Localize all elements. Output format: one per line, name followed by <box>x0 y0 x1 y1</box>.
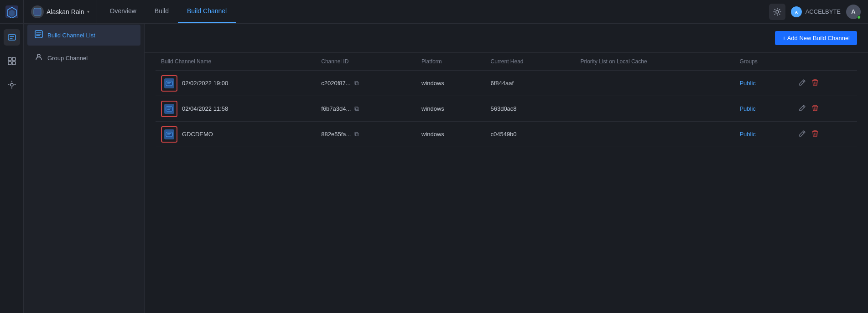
accelbyte-label: ACCELBYTE <box>806 8 841 15</box>
settings-button[interactable] <box>769 4 785 20</box>
sidebar: Build Channel List Group Channel <box>24 24 145 313</box>
svg-rect-16 <box>166 107 172 111</box>
cell-actions-1 <box>793 96 857 122</box>
add-new-build-channel-button[interactable]: + Add New Build Channel <box>775 31 857 45</box>
edit-icon-1[interactable] <box>799 104 806 113</box>
sidebar-label-group-channel: Group Channel <box>47 55 88 62</box>
channel-icon-inner-1 <box>164 104 174 114</box>
col-header-name: Build Channel Name <box>156 53 316 71</box>
top-nav: Alaskan Rain ▾ Overview Build Build Chan… <box>0 0 868 24</box>
nav-right: A ACCELBYTE A <box>769 4 868 20</box>
cell-channel-id-0: c2020f87... ⧉ <box>316 71 416 96</box>
copy-channel-id-icon-0[interactable]: ⧉ <box>354 79 359 87</box>
channel-name-1: 02/04/2022 11:58 <box>182 105 228 112</box>
channel-icon-box-1 <box>161 101 177 117</box>
svg-text:A: A <box>795 10 798 15</box>
cell-current-head-0: 6f844aaf <box>485 71 575 96</box>
channel-id-value-2: 882e55fa... <box>321 131 351 138</box>
user-avatar[interactable]: A <box>846 5 861 19</box>
icon-rail <box>0 24 24 313</box>
col-header-current-head: Current Head <box>485 53 575 71</box>
groups-badge-1: Public <box>739 105 755 112</box>
tab-build-channel[interactable]: Build Channel <box>178 0 236 23</box>
content-header: + Add New Build Channel <box>145 24 868 53</box>
sidebar-label-build-channel-list: Build Channel List <box>47 32 95 39</box>
table-row: 02/04/2022 11:58 f6b7a3d4... ⧉ windows 5… <box>156 96 857 122</box>
channel-id-value-0: c2020f87... <box>321 80 350 87</box>
col-header-priority: Priority List on Local Cache <box>575 53 734 71</box>
app-logo <box>5 5 18 18</box>
cell-name-1: 02/04/2022 11:58 <box>156 96 316 122</box>
edit-icon-0[interactable] <box>799 79 806 87</box>
accelbyte-logo: A <box>791 6 802 17</box>
table-row: GDCDEMO 882e55fa... ⧉ windows c04549b0 P… <box>156 122 857 147</box>
cell-channel-id-1: f6b7a3d4... ⧉ <box>316 96 416 122</box>
online-status-dot <box>857 15 861 19</box>
rail-icon-settings[interactable] <box>4 77 20 93</box>
group-channel-icon <box>35 53 43 63</box>
delete-icon-0[interactable] <box>811 79 819 87</box>
col-header-platform: Platform <box>416 53 485 71</box>
svg-rect-7 <box>8 35 16 40</box>
chevron-down-icon: ▾ <box>87 9 89 14</box>
edit-icon-2[interactable] <box>799 130 806 139</box>
svg-rect-9 <box>12 57 16 61</box>
project-selector[interactable]: Alaskan Rain ▾ <box>24 0 97 23</box>
nav-tabs: Overview Build Build Channel <box>97 0 236 23</box>
cell-priority-0 <box>575 71 734 96</box>
col-header-groups: Groups <box>734 53 793 71</box>
table-header-row: Build Channel Name Channel ID Platform C… <box>156 53 857 71</box>
svg-rect-10 <box>8 62 11 65</box>
svg-rect-17 <box>166 132 172 137</box>
groups-badge-2: Public <box>739 131 755 138</box>
svg-rect-3 <box>34 8 41 15</box>
cell-priority-1 <box>575 96 734 122</box>
content-area: + Add New Build Channel Build Channel Na… <box>145 24 868 313</box>
cell-channel-id-2: 882e55fa... ⧉ <box>316 122 416 147</box>
cell-actions-0 <box>793 71 857 96</box>
cell-actions-2 <box>793 122 857 147</box>
copy-channel-id-icon-1[interactable]: ⧉ <box>354 105 359 113</box>
rail-icon-other[interactable] <box>4 53 20 69</box>
main-layout: Build Channel List Group Channel + Add N… <box>0 24 868 313</box>
project-avatar <box>31 5 44 18</box>
table-row: 02/02/2022 19:00 c2020f87... ⧉ windows 6… <box>156 71 857 96</box>
groups-badge-0: Public <box>739 80 755 87</box>
svg-rect-8 <box>8 57 11 61</box>
cell-groups-2: Public <box>734 122 793 147</box>
svg-point-4 <box>776 10 779 13</box>
cell-platform-0: windows <box>416 71 485 96</box>
delete-icon-2[interactable] <box>811 130 819 139</box>
channel-id-value-1: f6b7a3d4... <box>321 105 351 112</box>
tab-overview[interactable]: Overview <box>101 0 146 23</box>
col-header-channel-id: Channel ID <box>316 53 416 71</box>
channel-icon-inner-2 <box>164 129 174 139</box>
col-header-actions <box>793 53 857 71</box>
user-initial: A <box>851 8 855 15</box>
svg-point-14 <box>37 54 40 57</box>
build-channel-table: Build Channel Name Channel ID Platform C… <box>156 53 857 147</box>
cell-platform-1: windows <box>416 96 485 122</box>
channel-name-0: 02/02/2022 19:00 <box>182 80 228 87</box>
rail-icon-builds[interactable] <box>4 29 20 46</box>
cell-platform-2: windows <box>416 122 485 147</box>
svg-rect-15 <box>166 81 172 86</box>
accelbyte-brand: A ACCELBYTE <box>791 6 841 17</box>
delete-icon-1[interactable] <box>811 104 819 113</box>
cell-name-2: GDCDEMO <box>156 122 316 147</box>
channel-icon-box-2 <box>161 126 177 143</box>
channel-icon-box-0 <box>161 75 177 92</box>
copy-channel-id-icon-2[interactable]: ⧉ <box>354 130 359 138</box>
channel-icon-inner-0 <box>164 78 174 88</box>
cell-name-0: 02/02/2022 19:00 <box>156 71 316 96</box>
svg-rect-11 <box>12 62 16 65</box>
tab-build[interactable]: Build <box>146 0 178 23</box>
cell-current-head-1: 563d0ac8 <box>485 96 575 122</box>
build-channel-list-icon <box>35 30 43 40</box>
channel-name-2: GDCDEMO <box>182 131 213 138</box>
sidebar-item-build-channel-list[interactable]: Build Channel List <box>27 25 140 46</box>
svg-point-12 <box>10 83 13 86</box>
project-name: Alaskan Rain <box>47 8 84 15</box>
sidebar-item-group-channel[interactable]: Group Channel <box>27 47 140 68</box>
cell-current-head-2: c04549b0 <box>485 122 575 147</box>
